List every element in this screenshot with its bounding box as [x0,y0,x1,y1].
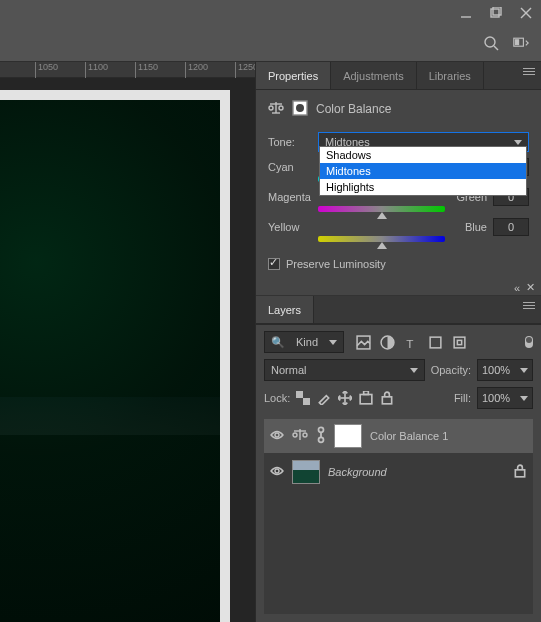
tab-adjustments[interactable]: Adjustments [331,62,417,89]
lock-icon[interactable] [513,464,527,480]
slider-yellow-track[interactable] [318,236,445,242]
fill-input[interactable]: 100% [477,387,533,409]
filter-adjustment-icon[interactable] [380,335,395,350]
tab-properties[interactable]: Properties [256,62,331,89]
slider-yellow-left: Yellow [268,221,312,233]
chevron-down-icon [514,140,522,145]
app-toolbar [0,26,541,62]
svg-rect-23 [303,398,310,405]
slider-magenta-left: Magenta [268,191,312,203]
preserve-luminosity-checkbox[interactable] [268,258,280,270]
tone-label: Tone: [268,136,312,148]
svg-point-32 [293,433,297,437]
blend-mode-select[interactable]: Normal [264,359,425,381]
balance-scale-icon [292,427,308,445]
visibility-eye-icon[interactable] [270,466,284,478]
slider-yellow-knob[interactable] [377,242,387,249]
layer-mask-thumb[interactable] [334,424,362,448]
kind-label: Kind [296,336,318,348]
lock-position-icon[interactable] [338,391,352,405]
layer-filter-kind-select[interactable]: 🔍 Kind [264,331,344,353]
artboard[interactable] [0,90,230,622]
svg-rect-20 [454,337,465,348]
chevron-down-icon [410,368,418,373]
layer-list: Color Balance 1 Background [264,419,533,614]
tab-layers[interactable]: Layers [256,296,314,323]
lock-pixels-icon[interactable] [317,391,331,405]
lock-transparency-icon[interactable] [296,391,310,405]
collapse-panel-icon[interactable]: « [514,282,520,294]
svg-rect-27 [364,391,369,395]
layer-filter-icons: T [350,335,519,350]
tone-option-highlights[interactable]: Highlights [320,179,526,195]
filter-type-icon[interactable]: T [404,335,419,350]
tone-option-shadows[interactable]: Shadows [320,147,526,163]
lock-all-icon[interactable] [380,391,394,405]
layers-panel-tabs: Layers [256,296,541,324]
layer-mask-icon [292,100,308,118]
opacity-label: Opacity: [431,364,471,376]
panel-menu-icon[interactable] [523,68,535,75]
filter-smartobject-icon[interactable] [452,335,467,350]
fill-label: Fill: [454,392,471,404]
chevron-down-icon [520,368,528,373]
chevron-down-icon [520,396,528,401]
opacity-value: 100% [482,364,510,376]
horizontal-ruler: 10501100115012001250 [0,62,255,78]
window-titlebar [0,0,541,26]
tone-option-midtones[interactable]: Midtones [320,163,526,179]
ruler-tick: 1150 [135,62,158,78]
svg-rect-19 [430,337,441,348]
adjustment-title: Color Balance [316,102,391,116]
svg-point-5 [485,37,495,47]
svg-point-37 [275,469,279,473]
layer-name[interactable]: Background [328,466,505,478]
workspace-switcher-icon[interactable] [513,35,529,53]
svg-point-11 [269,106,273,110]
slider-yellow-value[interactable]: 0 [493,218,529,236]
layer-row[interactable]: Color Balance 1 [264,419,533,453]
layer-thumb[interactable] [292,460,320,484]
preserve-luminosity-label: Preserve Luminosity [286,258,386,270]
slider-magenta-track[interactable] [318,206,445,212]
ruler-tick: 1200 [185,62,208,78]
svg-rect-21 [457,340,461,344]
svg-rect-38 [515,470,524,477]
svg-rect-2 [493,7,501,15]
svg-point-29 [275,433,279,437]
filter-shape-icon[interactable] [428,335,443,350]
svg-rect-8 [515,39,518,44]
right-panels: Properties Adjustments Libraries Color B… [255,62,541,622]
mask-link-icon[interactable] [316,426,326,446]
svg-rect-1 [491,9,499,17]
search-small-icon: 🔍 [271,336,285,349]
tab-libraries[interactable]: Libraries [417,62,484,89]
layers-panel-collapse-bar: « ✕ [256,280,541,296]
properties-panel: Color Balance Tone: Midtones Shadows Mid… [256,90,541,280]
fill-value: 100% [482,392,510,404]
visibility-eye-icon[interactable] [270,430,284,442]
close-panel-icon[interactable]: ✕ [526,281,535,294]
lock-artboard-icon[interactable] [359,391,373,405]
svg-rect-26 [360,395,372,404]
filter-pixel-icon[interactable] [356,335,371,350]
canvas-area: 10501100115012001250 [0,62,255,622]
slider-yellow-right: Blue [451,221,487,233]
layers-panel-menu-icon[interactable] [523,302,535,309]
ruler-tick: 1250 [235,62,255,78]
opacity-input[interactable]: 100% [477,359,533,381]
properties-panel-tabs: Properties Adjustments Libraries [256,62,541,90]
svg-point-35 [319,438,324,443]
slider-cyan-left: Cyan [268,161,312,173]
layer-row[interactable]: Background [264,455,533,489]
minimize-button[interactable] [451,0,481,26]
search-icon[interactable] [483,35,499,53]
svg-rect-28 [383,397,392,404]
document-image [0,100,220,622]
lock-label: Lock: [264,392,290,404]
maximize-button[interactable] [481,0,511,26]
layer-name[interactable]: Color Balance 1 [370,430,527,442]
slider-magenta-knob[interactable] [377,212,387,219]
layer-filter-toggle[interactable] [525,336,533,348]
close-button[interactable] [511,0,541,26]
